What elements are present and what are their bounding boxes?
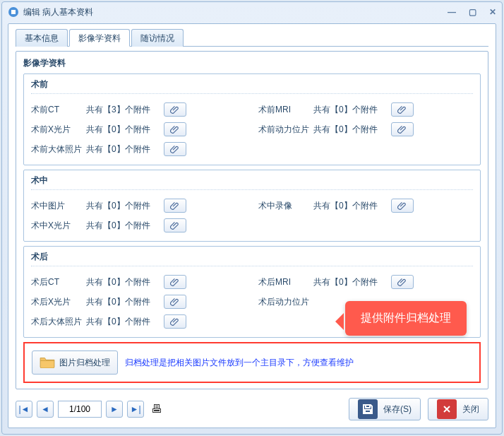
footer: |◄ ◄ ► ►| 🖶 保存(S) 关闭 <box>16 396 488 422</box>
archive-description: 归档处理是把相关图片文件放到一个主目录下，方便查看维护 <box>125 357 354 369</box>
close-button[interactable]: 关闭 <box>428 398 488 420</box>
attachment-count: 共有【0】个附件 <box>313 200 391 212</box>
attachment-count: 共有【0】个附件 <box>86 296 164 308</box>
pager-field[interactable] <box>58 401 102 418</box>
attachment-cell: 术中录像共有【0】个附件 <box>258 199 414 213</box>
paperclip-button[interactable] <box>164 295 186 309</box>
tab-0[interactable]: 基本信息 <box>16 29 68 47</box>
attachment-label: 术前X光片 <box>31 124 86 136</box>
folder-icon <box>40 355 55 370</box>
window-controls: — ▢ ✕ <box>448 7 496 17</box>
attachment-cell: 术后大体照片共有【0】个附件 <box>31 314 250 329</box>
attachment-label: 术前CT <box>31 104 86 116</box>
tab-1[interactable]: 影像学资料 <box>69 29 130 47</box>
attachment-cell: 术前动力位片共有【0】个附件 <box>258 122 414 136</box>
pager-prev-button[interactable]: ◄ <box>37 401 54 418</box>
section-title: 术前 <box>31 78 473 94</box>
attachment-cell: 术前X光片共有【0】个附件 <box>31 122 250 136</box>
attachment-row: 术前大体照片共有【0】个附件 <box>31 139 473 159</box>
attachment-label: 术后X光片 <box>31 296 86 308</box>
window-title: 编辑 病人基本资料 <box>23 6 93 18</box>
close-icon <box>437 399 457 419</box>
attachment-row: 术中图片共有【0】个附件术中录像共有【0】个附件 <box>31 196 473 216</box>
print-icon[interactable]: 🖶 <box>151 403 162 416</box>
attachment-label: 术前动力位片 <box>258 124 313 136</box>
attachment-cell: 术后MRI共有【0】个附件 <box>258 275 414 289</box>
attachment-count: 共有【0】个附件 <box>86 124 164 136</box>
close-button-label: 关闭 <box>462 403 479 416</box>
attachment-count: 共有【0】个附件 <box>313 104 391 116</box>
paperclip-button[interactable] <box>164 142 186 156</box>
attachment-label: 术前MRI <box>258 104 313 116</box>
paperclip-button[interactable] <box>164 199 186 213</box>
attachment-label: 术中录像 <box>258 200 313 212</box>
paperclip-button[interactable] <box>164 102 186 117</box>
save-icon <box>358 399 378 419</box>
attachment-label: 术后大体照片 <box>31 316 86 328</box>
attachment-label: 术后MRI <box>258 276 313 288</box>
attachment-cell: 术前大体照片共有【0】个附件 <box>31 142 250 156</box>
section-1: 术中术中图片共有【0】个附件术中录像共有【0】个附件术中X光片共有【0】个附件 <box>23 170 481 242</box>
section-title: 术中 <box>31 175 473 190</box>
attachment-count: 共有【0】个附件 <box>86 316 164 328</box>
attachment-label: 术后动力位片 <box>258 296 313 308</box>
client-area: 基本信息影像学资料随访情况 影像学资料 术前术前CT共有【3】个附件术前MRI共… <box>8 23 496 428</box>
panel-title: 影像学资料 <box>23 57 481 69</box>
attachment-count: 共有【0】个附件 <box>86 200 164 212</box>
archive-button[interactable]: 图片归档处理 <box>32 350 118 375</box>
attachment-cell: 术中X光片共有【0】个附件 <box>31 218 250 232</box>
attachment-label: 术后CT <box>31 276 86 288</box>
attachment-row: 术后CT共有【0】个附件术后MRI共有【0】个附件 <box>31 272 473 292</box>
attachment-cell: 术后X光片共有【0】个附件 <box>31 295 250 309</box>
attachment-label: 术中图片 <box>31 200 86 212</box>
attachment-cell: 术前CT共有【3】个附件 <box>31 102 250 117</box>
paperclip-button[interactable] <box>164 275 186 289</box>
attachment-cell: 术后CT共有【0】个附件 <box>31 275 250 289</box>
pager-last-button[interactable]: ►| <box>127 401 144 418</box>
attachment-row: 术前X光片共有【0】个附件术前动力位片共有【0】个附件 <box>31 119 473 139</box>
tab-2[interactable]: 随访情况 <box>131 29 184 47</box>
footer-actions: 保存(S) 关闭 <box>349 398 488 420</box>
attachment-row: 术中X光片共有【0】个附件 <box>31 216 473 235</box>
attachment-count: 共有【0】个附件 <box>86 220 164 232</box>
imaging-panel: 影像学资料 术前术前CT共有【3】个附件术前MRI共有【0】个附件术前X光片共有… <box>16 51 488 389</box>
dialog-window: 编辑 病人基本资料 — ▢ ✕ 基本信息影像学资料随访情况 影像学资料 术前术前… <box>1 1 503 435</box>
save-button[interactable]: 保存(S) <box>349 398 421 420</box>
attachment-count: 共有【0】个附件 <box>86 276 164 288</box>
close-window-button[interactable]: ✕ <box>489 7 496 17</box>
minimize-button[interactable]: — <box>448 7 456 17</box>
attachment-row: 术前CT共有【3】个附件术前MRI共有【0】个附件 <box>31 100 473 119</box>
attachment-count: 共有【0】个附件 <box>313 124 391 136</box>
paperclip-button[interactable] <box>164 314 186 329</box>
attachment-cell: 术前MRI共有【0】个附件 <box>258 102 414 117</box>
paperclip-button[interactable] <box>391 102 414 117</box>
archive-row: 图片归档处理 归档处理是把相关图片文件放到一个主目录下，方便查看维护 提供附件归… <box>23 342 481 383</box>
pager-next-button[interactable]: ► <box>106 401 123 418</box>
section-0: 术前术前CT共有【3】个附件术前MRI共有【0】个附件术前X光片共有【0】个附件… <box>23 73 481 165</box>
tab-strip: 基本信息影像学资料随访情况 <box>16 28 488 47</box>
attachment-count: 共有【0】个附件 <box>86 143 164 155</box>
callout-tooltip: 提供附件归档处理 <box>345 301 467 336</box>
attachment-count: 共有【0】个附件 <box>313 276 391 288</box>
paperclip-button[interactable] <box>391 122 414 136</box>
titlebar: 编辑 病人基本资料 — ▢ ✕ <box>2 2 502 22</box>
paperclip-button[interactable] <box>391 275 414 289</box>
save-button-label: 保存(S) <box>383 403 412 416</box>
pager: |◄ ◄ ► ►| 🖶 <box>16 401 162 418</box>
pager-first-button[interactable]: |◄ <box>16 401 32 418</box>
attachment-label: 术中X光片 <box>31 220 86 232</box>
attachment-count: 共有【3】个附件 <box>86 104 164 116</box>
paperclip-button[interactable] <box>164 122 186 136</box>
maximize-button[interactable]: ▢ <box>469 7 476 17</box>
paperclip-button[interactable] <box>164 218 186 232</box>
section-title: 术后 <box>31 251 473 266</box>
app-icon <box>8 6 19 18</box>
svg-rect-1 <box>11 10 16 14</box>
archive-button-label: 图片归档处理 <box>59 357 110 369</box>
attachment-label: 术前大体照片 <box>31 143 86 155</box>
attachment-cell: 术中图片共有【0】个附件 <box>31 199 250 213</box>
paperclip-button[interactable] <box>391 199 414 213</box>
